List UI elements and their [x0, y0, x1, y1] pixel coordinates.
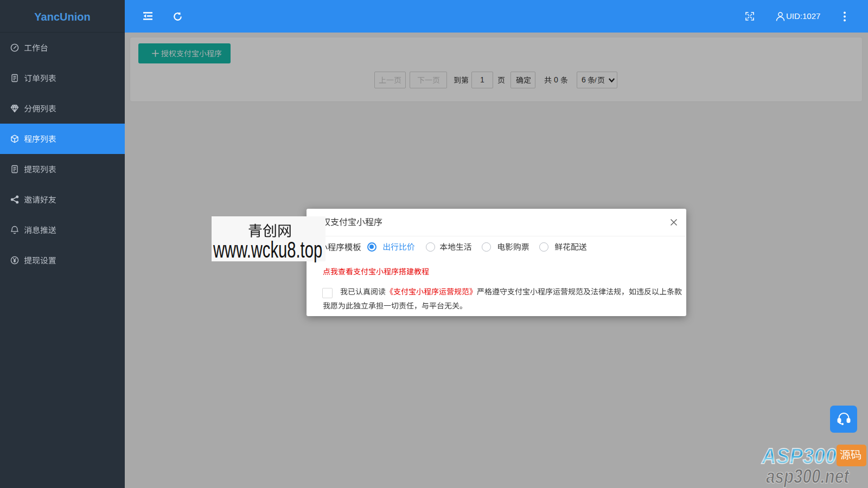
- svg-text:asp300.net: asp300.net: [766, 465, 850, 487]
